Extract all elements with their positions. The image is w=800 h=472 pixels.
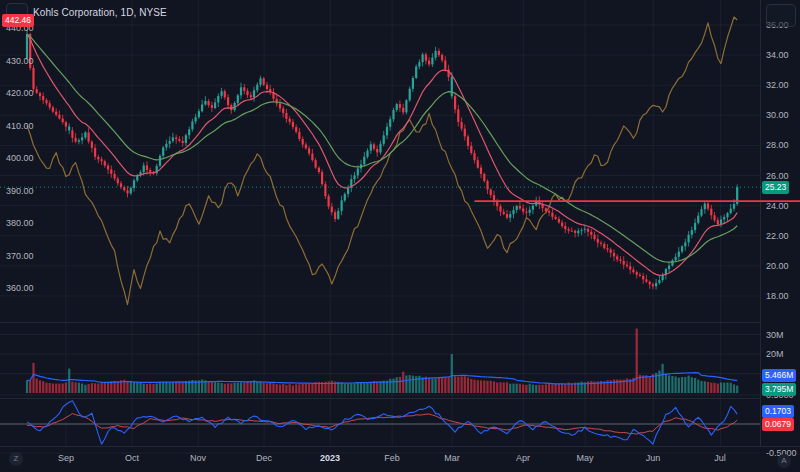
time-axis-label: Mar [444,453,460,463]
time-axis-label: Jul [714,453,726,463]
scale-corner-box[interactable] [766,4,796,27]
volume-axis-label: 20M [766,349,784,359]
right-axis-label: 22.00 [766,231,789,241]
time-axis-label: Feb [384,453,400,463]
time-axis-label: Nov [190,453,206,463]
volume-badge: 3.795M [762,383,796,396]
time-axis-label: Jun [646,453,661,463]
chart-canvas[interactable] [0,0,800,472]
time-axis-label: May [576,453,593,463]
time-axis-label: Oct [125,453,139,463]
left-axis-label: 370.00 [6,251,34,261]
symbol-title[interactable]: Kohls Corporation, 1D, NYSE [33,7,167,18]
right-axis-label: 28.00 [766,140,789,150]
last-price-badge: 25.23 [762,181,789,194]
left-axis-label: 400.00 [6,153,34,163]
compare-last-value-badge: 442.46 [2,14,34,27]
time-axis-label: Sep [58,453,74,463]
right-axis-label: 34.00 [766,50,789,60]
oscillator-red-badge: 0.0679 [762,418,794,431]
right-axis-label: 20.00 [766,261,789,271]
time-axis-label: Dec [256,453,272,463]
auto-scale-button[interactable]: A [777,454,791,468]
time-axis[interactable] [0,446,800,472]
oscillator-blue-badge: 0.1703 [762,405,794,418]
volume-ma-badge: 5.466M [762,369,796,382]
left-axis-label: 410.00 [6,121,34,131]
volume-axis-label: 30M [766,330,784,340]
left-axis-label: 390.00 [6,186,34,196]
left-axis-label: 420.00 [6,88,34,98]
chart-window: 440.00430.00420.00410.00400.00390.00380.… [0,0,800,472]
time-axis-label: Apr [516,453,530,463]
right-axis-label: 32.00 [766,80,789,90]
right-axis-label: 30.00 [766,110,789,120]
right-axis-label: 26.00 [766,171,789,181]
right-axis-label: 24.00 [766,201,789,211]
time-axis-label: 2023 [320,453,340,463]
left-axis-label: 380.00 [6,218,34,228]
left-axis-label: 430.00 [6,56,34,66]
timezone-button[interactable]: Z [9,452,23,466]
left-axis-label: 360.00 [6,283,34,293]
right-axis-label: 18.00 [766,291,789,301]
